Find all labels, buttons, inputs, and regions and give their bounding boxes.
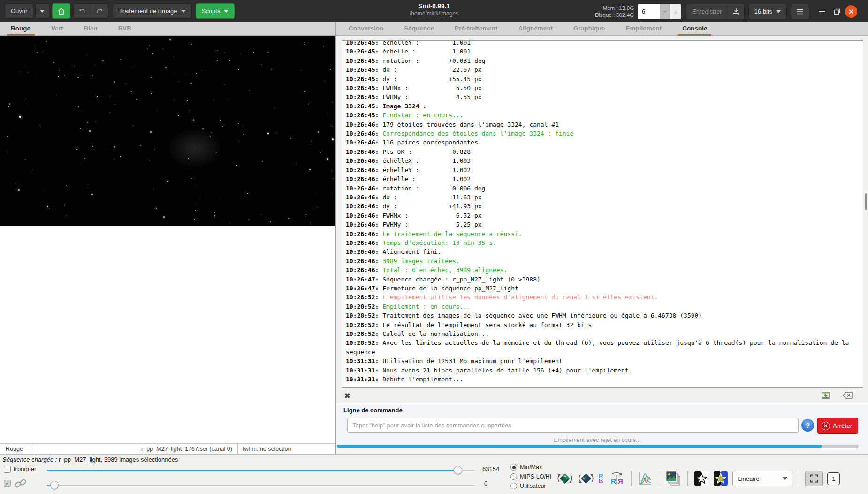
- progress-bar: [337, 445, 859, 448]
- radio-utilisateur[interactable]: Utilisateur: [510, 483, 546, 489]
- mirror-horizontal-icon: R Я: [607, 471, 625, 486]
- console-line: 10:26:46: dx : -11.63 px: [346, 193, 860, 202]
- radio-icon: [510, 483, 517, 489]
- hi-value: 63154: [482, 465, 499, 472]
- display-footer: Séquence chargée : r_pp_M27_light, 3989 …: [0, 454, 868, 494]
- tab-pretraitement[interactable]: Pré-traitement: [449, 22, 503, 36]
- radio-icon: [510, 464, 517, 471]
- restore-icon: [834, 8, 840, 15]
- console-line: 10:26:46: 179 étoiles trouvées dans l'im…: [346, 120, 860, 129]
- open-button[interactable]: Ouvrir: [5, 3, 33, 19]
- console-line: 10:26:45: Findstar : en cours...: [346, 111, 860, 120]
- image-stack-icon: [665, 471, 681, 486]
- scrollbar-thumb[interactable]: [865, 193, 867, 210]
- fit-to-window-button[interactable]: [805, 471, 823, 486]
- console-line: 10:26:45: échelleY : 1.001: [346, 40, 860, 47]
- rotate-ccw-button[interactable]: [556, 470, 573, 487]
- display-mode-dropdown[interactable]: Linéaire: [732, 471, 792, 486]
- console-line: 10:26:46: Temps d'exécution: 10 min 35 s…: [346, 238, 860, 247]
- save-button[interactable]: Enregistrer: [686, 4, 728, 19]
- truncate-checkbox[interactable]: [4, 466, 11, 473]
- console-line: 10:28:52: Avec les limites actuelles de …: [346, 338, 860, 357]
- radio-minmax[interactable]: Min/Max: [510, 464, 542, 471]
- console-line: 10:26:46: rotation : -0.006 deg: [346, 184, 860, 193]
- image-panel: Rouge Vert Bleu RVB Rouge r_pp_M27_light…: [0, 22, 335, 454]
- console-line: 10:26:46: FWHMy : 5.25 px: [346, 220, 860, 229]
- image-processing-label: Traitement de l'image: [119, 8, 177, 15]
- sequence-frames-button[interactable]: [665, 471, 681, 486]
- star-bw-icon: [694, 471, 709, 486]
- console-line: 10:26:46: FWHMx : 6.52 px: [346, 211, 860, 220]
- tab-console[interactable]: Console: [677, 22, 712, 36]
- radio-mips[interactable]: MIPS-LO/HI: [510, 473, 551, 480]
- console-line: 10:26:46: 3989 images traitées.: [346, 257, 860, 266]
- console-line: 10:26:46: Alignement fini.: [346, 247, 860, 256]
- console-line: 10:26:46: Pts OK : 0.828: [346, 147, 860, 156]
- sequence-status-label: Séquence chargée :: [2, 456, 57, 463]
- tab-alignement[interactable]: Alignement: [513, 22, 558, 36]
- hi-threshold-slider[interactable]: [47, 466, 475, 474]
- threads-spinner[interactable]: 6 − +: [638, 3, 681, 20]
- command-clear-button[interactable]: ✖: [344, 392, 350, 400]
- save-as-button[interactable]: [728, 4, 745, 19]
- console-line: 10:26:47: Séquence chargée : r_pp_M27_li…: [346, 275, 860, 284]
- console-line: 10:31:31: Débute l'empilement...: [346, 375, 860, 384]
- minimize-button[interactable]: [816, 6, 828, 18]
- zoom-one-to-one-button[interactable]: 1: [827, 472, 840, 485]
- console-log[interactable]: 10:26:45: échelleY : 1.00110:26:45: éche…: [342, 40, 863, 388]
- close-button[interactable]: ✕: [845, 6, 857, 18]
- bitdepth-dropdown[interactable]: 16 bits: [748, 4, 787, 19]
- scripts-menu[interactable]: Scripts: [196, 3, 235, 19]
- status-fwhm: fwhm: no selection: [238, 444, 335, 454]
- rotate-cw-icon: [578, 470, 594, 487]
- console-line: 10:26:46: échelleY : 1.002: [346, 166, 860, 175]
- restore-button[interactable]: [831, 6, 843, 18]
- console-line: 10:26:45: dx : -22.67 px: [346, 65, 860, 74]
- stop-button[interactable]: ✕ Arrêter: [817, 418, 858, 434]
- home-button[interactable]: [52, 3, 70, 19]
- control-panel: Conversion Séquence Pré-traitement Align…: [336, 22, 868, 454]
- console-line: 10:26:46: Total : 0 en échec, 3989 align…: [346, 266, 860, 274]
- open-recent-button[interactable]: [35, 3, 49, 19]
- undo-icon: [78, 8, 86, 15]
- radio-icon: [510, 473, 517, 480]
- help-button[interactable]: ?: [801, 419, 814, 432]
- resources-block: Mem : 13.0G Disque : 602.4G: [595, 5, 634, 19]
- tab-rouge[interactable]: Rouge: [6, 22, 36, 36]
- starfield-image[interactable]: [0, 36, 335, 226]
- export-log-icon: [821, 391, 830, 400]
- save-as-icon: [732, 8, 740, 15]
- threads-increment-button[interactable]: +: [670, 4, 681, 19]
- lo-slider-handle[interactable]: [50, 481, 59, 489]
- tab-conversion[interactable]: Conversion: [343, 22, 388, 36]
- tab-vert[interactable]: Vert: [46, 22, 69, 36]
- histogram-icon: [638, 471, 653, 486]
- tab-empilement[interactable]: Empilement: [621, 22, 667, 36]
- rotate-cw-button[interactable]: [578, 470, 594, 487]
- backspace-icon: [843, 392, 853, 399]
- tab-sequence[interactable]: Séquence: [399, 22, 439, 36]
- mirror-vertical-button[interactable]: R R: [599, 473, 603, 484]
- export-log-button[interactable]: [821, 391, 830, 401]
- psf-button[interactable]: [713, 471, 728, 486]
- menu-button[interactable]: [791, 4, 809, 19]
- image-processing-menu[interactable]: Traitement de l'image: [113, 3, 191, 19]
- redo-button[interactable]: [91, 3, 108, 19]
- tab-graphique[interactable]: Graphique: [568, 22, 610, 36]
- hi-slider-handle[interactable]: [454, 466, 462, 474]
- tab-bleu[interactable]: Bleu: [79, 22, 103, 36]
- link-checkbox[interactable]: ✓: [4, 480, 11, 487]
- clear-console-button[interactable]: [843, 392, 853, 400]
- lo-threshold-slider[interactable]: [47, 481, 475, 489]
- histogram-button[interactable]: [638, 471, 653, 486]
- threads-decrement-button[interactable]: −: [660, 4, 670, 19]
- tab-rvb[interactable]: RVB: [113, 22, 137, 36]
- command-input[interactable]: [347, 418, 799, 433]
- sequence-status-value: r_pp_M27_light, 3989 images sélectionnée…: [59, 456, 178, 463]
- image-status-bar: Rouge r_pp_M27_light_1767.ser (canal 0) …: [0, 443, 335, 454]
- undo-button[interactable]: [73, 3, 91, 19]
- chevron-down-icon: [776, 10, 781, 13]
- mirror-horizontal-button[interactable]: R Я: [607, 471, 625, 486]
- star-detection-button[interactable]: [694, 471, 709, 486]
- stop-x-icon: ✕: [822, 422, 830, 430]
